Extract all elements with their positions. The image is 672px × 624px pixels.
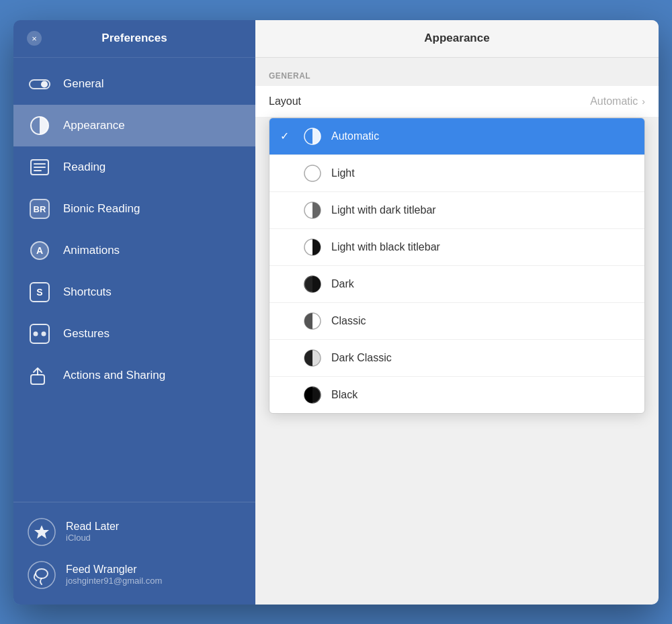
sidebar-nav: General Appearance [13, 58, 255, 502]
check-icon: ✓ [280, 130, 294, 142]
dropdown-item-label: Black [331, 389, 358, 401]
dropdown-item-label: Light [331, 167, 355, 179]
light-theme-icon [303, 164, 322, 183]
dropdown-item-label: Light with dark titlebar [331, 204, 436, 216]
animations-icon: A [27, 238, 52, 263]
dropdown-item-classic[interactable]: Classic [269, 303, 644, 340]
sidebar-item-appearance[interactable]: Appearance [13, 105, 255, 146]
chevron-right-icon: › [642, 96, 645, 107]
layout-value: Automatic › [590, 95, 645, 107]
feed-wrangler-icon [27, 560, 56, 590]
toggle-icon [27, 71, 52, 97]
layout-label: Layout [269, 95, 301, 107]
sidebar-header: × Preferences [13, 20, 255, 58]
sidebar-item-label: Gestures [63, 327, 110, 341]
account-name: Read Later [66, 521, 119, 533]
dropdown-item-label: Dark [331, 278, 354, 290]
dropdown-item-light-dark-titlebar[interactable]: Light with dark titlebar [269, 192, 644, 229]
dropdown-item-label: Automatic [331, 130, 379, 142]
main-body: GENERAL Layout Automatic › ✓ [255, 58, 659, 605]
dropdown-item-label: Classic [331, 315, 366, 327]
dropdown-item-label: Light with black titlebar [331, 241, 440, 253]
sidebar: × Preferences General [13, 20, 255, 605]
black-theme-icon [303, 386, 322, 404]
account-item-feed-wrangler[interactable]: Feed Wrangler joshginter91@gmail.com [13, 553, 255, 596]
dropdown-item-label: Dark Classic [331, 352, 392, 364]
sidebar-item-label: Actions and Sharing [63, 369, 165, 382]
appearance-icon [27, 113, 52, 138]
automatic-theme-icon [303, 127, 322, 146]
svg-text:BR: BR [34, 204, 46, 214]
sidebar-item-gestures[interactable]: Gestures [13, 313, 255, 355]
dropdown-item-light[interactable]: Light [269, 155, 644, 192]
sidebar-item-label: Appearance [63, 119, 125, 132]
layout-dropdown: ✓ Automatic [269, 118, 645, 414]
main-content-area: Appearance GENERAL Layout Automatic › ✓ [255, 20, 659, 605]
sidebar-item-actions-sharing[interactable]: Actions and Sharing [13, 355, 255, 396]
svg-text:A: A [36, 245, 43, 256]
sidebar-item-label: Bionic Reading [63, 202, 140, 216]
gestures-icon [27, 321, 52, 347]
svg-point-1 [41, 81, 48, 87]
close-button[interactable]: × [27, 31, 42, 46]
sidebar-item-reading[interactable]: Reading [13, 146, 255, 188]
svg-rect-13 [30, 324, 49, 343]
dropdown-item-light-black-titlebar[interactable]: Light with black titlebar [269, 229, 644, 266]
sidebar-title: Preferences [52, 32, 216, 45]
sidebar-item-bionic-reading[interactable]: BR Bionic Reading [13, 188, 255, 230]
sidebar-footer: Read Later iCloud Feed Wrangler [13, 502, 255, 605]
svg-point-15 [42, 331, 46, 336]
account-sub: joshginter91@gmail.com [66, 576, 162, 586]
dropdown-item-black[interactable]: Black [269, 377, 644, 413]
sidebar-item-label: General [63, 77, 103, 91]
account-name: Feed Wrangler [66, 564, 162, 576]
dark-theme-icon [303, 275, 322, 294]
svg-rect-16 [31, 375, 44, 384]
sidebar-item-label: Animations [63, 244, 120, 257]
sidebar-item-animations[interactable]: A Animations [13, 230, 255, 271]
account-sub: iCloud [66, 533, 119, 543]
preferences-window: × Preferences General [13, 20, 659, 605]
sidebar-item-label: Shortcuts [63, 285, 112, 299]
bionic-reading-icon: BR [27, 196, 52, 222]
main-header: Appearance [255, 20, 659, 58]
section-label: GENERAL [255, 58, 659, 86]
main-title: Appearance [424, 32, 489, 45]
share-icon [27, 363, 52, 388]
reading-icon [27, 154, 52, 180]
light-black-titlebar-theme-icon [303, 238, 322, 257]
sidebar-item-shortcuts[interactable]: S Shortcuts [13, 271, 255, 313]
read-later-icon [27, 517, 56, 547]
account-item-read-later[interactable]: Read Later iCloud [13, 510, 255, 553]
svg-point-14 [34, 331, 38, 336]
sidebar-item-label: Reading [63, 161, 106, 174]
dropdown-item-automatic[interactable]: ✓ Automatic [269, 118, 644, 155]
sidebar-item-general[interactable]: General [13, 63, 255, 105]
dark-classic-theme-icon [303, 349, 322, 367]
layout-row[interactable]: Layout Automatic › [255, 86, 659, 118]
dropdown-item-dark[interactable]: Dark [269, 266, 644, 303]
svg-point-23 [304, 165, 321, 181]
classic-theme-icon [303, 312, 322, 330]
light-dark-titlebar-theme-icon [303, 201, 322, 220]
dropdown-item-dark-classic[interactable]: Dark Classic [269, 340, 644, 377]
svg-text:S: S [36, 287, 42, 298]
shortcuts-icon: S [27, 279, 52, 305]
